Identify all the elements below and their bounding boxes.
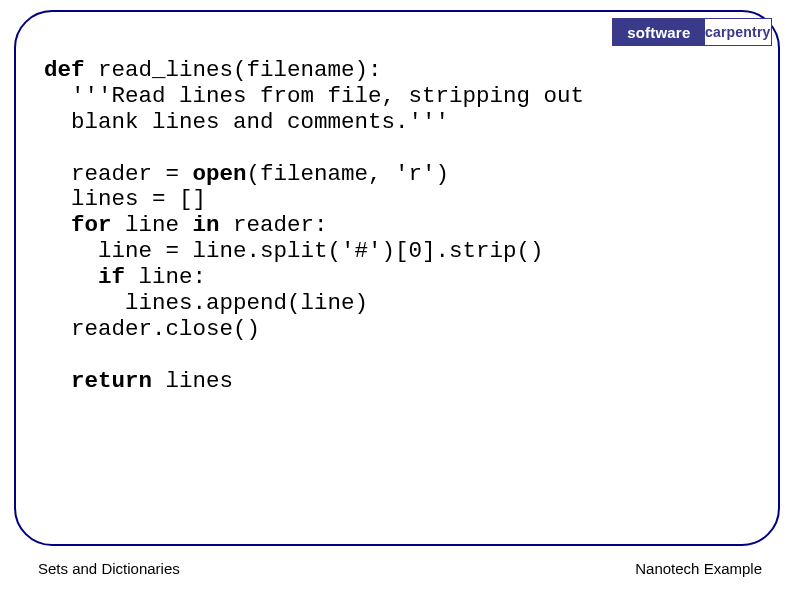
- code-l10: reader.close(): [44, 316, 260, 342]
- code-block: def read_lines(filename): '''Read lines …: [44, 58, 584, 394]
- kw-return: return: [71, 368, 152, 394]
- code-l6e: reader:: [220, 212, 328, 238]
- logo-left: software: [613, 19, 705, 45]
- code-l4a: reader =: [44, 161, 193, 187]
- kw-def: def: [44, 57, 85, 83]
- code-l8a: [44, 264, 98, 290]
- code-l6c: line: [112, 212, 193, 238]
- code-l6a: [44, 212, 71, 238]
- footer-left: Sets and Dictionaries: [38, 560, 180, 577]
- kw-if: if: [98, 264, 125, 290]
- code-l1: read_lines(filename):: [85, 57, 382, 83]
- code-l8c: line:: [125, 264, 206, 290]
- kw-open: open: [193, 161, 247, 187]
- code-l3: blank lines and comments.''': [44, 109, 449, 135]
- code-l11a: [44, 368, 71, 394]
- logo-right: carpentry: [705, 19, 771, 45]
- software-carpentry-logo: software carpentry: [612, 18, 772, 46]
- code-l4c: (filename, 'r'): [247, 161, 450, 187]
- code-l7: line = line.split('#')[0].strip(): [44, 238, 544, 264]
- kw-in: in: [193, 212, 220, 238]
- code-l5: lines = []: [44, 186, 206, 212]
- kw-for: for: [71, 212, 112, 238]
- code-l11c: lines: [152, 368, 233, 394]
- slide: software carpentry def read_lines(filena…: [0, 0, 794, 595]
- code-l2: '''Read lines from file, stripping out: [44, 83, 584, 109]
- footer-right: Nanotech Example: [635, 560, 762, 577]
- code-l9: lines.append(line): [44, 290, 368, 316]
